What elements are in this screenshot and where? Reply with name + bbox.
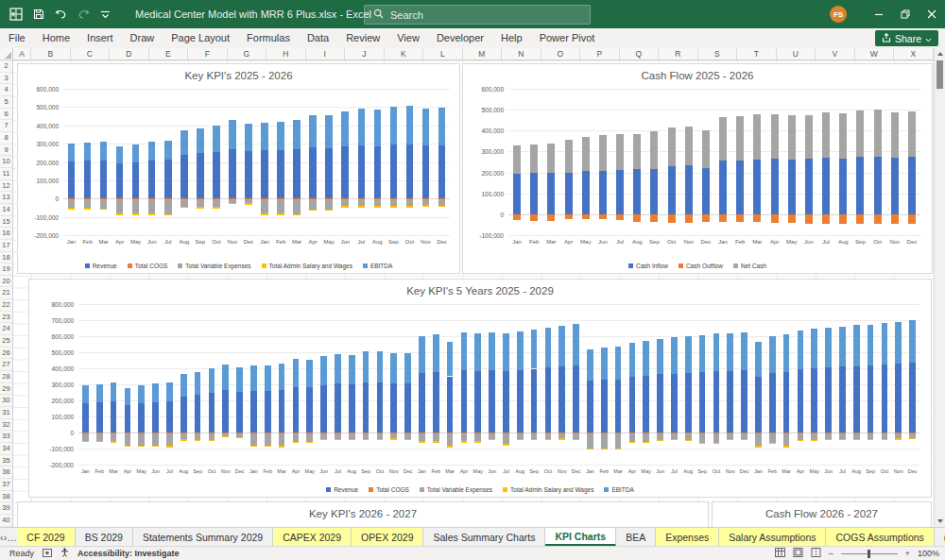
bar-segment-total-admin-salary-and-wages[interactable]: [727, 439, 733, 440]
bar-segment-cash-outflow[interactable]: [685, 214, 693, 223]
column-header-A[interactable]: A: [13, 48, 31, 59]
bar-segment-total-variable-expenses[interactable]: [374, 199, 381, 206]
bar-segment-total-admin-salary-and-wages[interactable]: [68, 208, 75, 210]
bar-segment-revenue[interactable]: [390, 144, 397, 198]
bar-segment-ebitda[interactable]: [116, 146, 123, 162]
bar-segment-net-cash[interactable]: [822, 112, 830, 158]
bar-segment-revenue[interactable]: [755, 377, 762, 433]
row-header-22[interactable]: 22: [0, 299, 12, 312]
bar-segment-ebitda[interactable]: [349, 355, 355, 384]
bar-segment-ebitda[interactable]: [209, 368, 215, 393]
bar-segment-total-admin-salary-and-wages[interactable]: [325, 210, 332, 212]
bar-segment-ebitda[interactable]: [306, 360, 313, 387]
bar-segment-ebitda[interactable]: [909, 320, 916, 363]
ribbon-tab-formulas[interactable]: Formulas: [238, 28, 299, 48]
bar-segment-total-admin-salary-and-wages[interactable]: [390, 438, 397, 439]
bar-segment-ebitda[interactable]: [895, 322, 902, 364]
bar-segment-cash-outflow[interactable]: [650, 214, 658, 222]
bar-segment-revenue[interactable]: [909, 363, 916, 433]
bar-segment-total-variable-expenses[interactable]: [629, 433, 636, 442]
bar-segment-ebitda[interactable]: [699, 335, 706, 372]
bar-segment-ebitda[interactable]: [601, 348, 608, 380]
bar-segment-net-cash[interactable]: [891, 112, 899, 158]
bar-segment-ebitda[interactable]: [783, 334, 790, 372]
bar-segment-ebitda[interactable]: [615, 347, 622, 380]
bar-segment-revenue[interactable]: [825, 367, 832, 433]
bar-segment-total-variable-expenses[interactable]: [293, 433, 300, 442]
share-button[interactable]: Share: [875, 30, 938, 46]
zoom-in-button[interactable]: +: [905, 549, 910, 558]
bar-segment-total-variable-expenses[interactable]: [138, 433, 145, 446]
ribbon-tab-data[interactable]: Data: [299, 28, 337, 48]
bar-segment-ebitda[interactable]: [489, 332, 495, 370]
bar-segment-revenue[interactable]: [433, 372, 439, 433]
column-header-P[interactable]: P: [580, 48, 620, 59]
bar-segment-total-admin-salary-and-wages[interactable]: [349, 439, 355, 440]
row-header-20[interactable]: 20: [0, 276, 12, 288]
search-input[interactable]: Search: [364, 5, 591, 25]
bar-segment-cash-outflow[interactable]: [891, 214, 899, 224]
bar-segment-total-admin-salary-and-wages[interactable]: [148, 213, 155, 215]
bar-segment-cash-inflow[interactable]: [856, 157, 864, 214]
column-header-N[interactable]: N: [502, 48, 541, 59]
column-header-R[interactable]: R: [659, 48, 698, 59]
column-header-D[interactable]: D: [110, 48, 149, 59]
bar-segment-total-admin-salary-and-wages[interactable]: [685, 440, 692, 441]
customize-qat-icon[interactable]: [100, 9, 111, 20]
bar-segment-cash-outflow[interactable]: [874, 214, 882, 225]
bar-segment-total-variable-expenses[interactable]: [277, 199, 284, 213]
bar-segment-total-admin-salary-and-wages[interactable]: [558, 438, 565, 439]
scroll-down-arrow-icon[interactable]: [937, 519, 943, 523]
bar-segment-cash-inflow[interactable]: [633, 169, 641, 214]
bar-segment-total-admin-salary-and-wages[interactable]: [671, 439, 678, 440]
bar-segment-total-variable-expenses[interactable]: [68, 199, 75, 208]
bar-segment-cash-outflow[interactable]: [633, 214, 641, 222]
sheet-tab-expenses[interactable]: Expenses: [656, 528, 719, 546]
bar-segment-total-admin-salary-and-wages[interactable]: [769, 443, 776, 444]
bar-segment-ebitda[interactable]: [111, 382, 117, 401]
save-icon[interactable]: [33, 8, 44, 20]
bar-segment-net-cash[interactable]: [788, 115, 796, 160]
row-header-14[interactable]: 14: [0, 204, 12, 216]
page-layout-view-icon[interactable]: [793, 548, 803, 559]
row-header-29[interactable]: 29: [0, 383, 12, 396]
bar-segment-revenue[interactable]: [180, 397, 187, 433]
bar-segment-total-admin-salary-and-wages[interactable]: [195, 440, 201, 441]
bar-segment-ebitda[interactable]: [558, 326, 565, 366]
bar-segment-revenue[interactable]: [261, 150, 267, 198]
bar-segment-cash-outflow[interactable]: [908, 214, 916, 225]
bar-segment-revenue[interactable]: [545, 367, 552, 433]
bar-segment-cash-inflow[interactable]: [753, 160, 761, 214]
bar-segment-revenue[interactable]: [629, 377, 636, 433]
bar-segment-cash-outflow[interactable]: [616, 214, 624, 221]
bar-segment-ebitda[interactable]: [545, 328, 552, 367]
sheet-tab-salary-assumptions[interactable]: Salary Assumptions: [719, 528, 826, 546]
bar-segment-revenue[interactable]: [895, 364, 902, 433]
bar-segment-total-variable-expenses[interactable]: [419, 433, 425, 441]
bar-segment-total-admin-salary-and-wages[interactable]: [447, 446, 454, 447]
bar-segment-ebitda[interactable]: [152, 383, 159, 402]
bar-segment-total-variable-expenses[interactable]: [643, 433, 649, 442]
zoom-level[interactable]: 100%: [918, 549, 939, 558]
column-header-T[interactable]: T: [737, 48, 777, 59]
bar-segment-revenue[interactable]: [685, 373, 692, 433]
accessibility-status[interactable]: Accessibility: Investigate: [77, 549, 180, 558]
row-header-19[interactable]: 19: [0, 263, 12, 276]
row-header-10[interactable]: 10: [0, 156, 12, 168]
bar-segment-revenue[interactable]: [250, 391, 257, 433]
bar-segment-revenue[interactable]: [82, 403, 89, 433]
bar-segment-total-admin-salary-and-wages[interactable]: [279, 446, 285, 447]
bar-segment-revenue[interactable]: [84, 161, 91, 198]
bar-segment-net-cash[interactable]: [719, 117, 727, 161]
bar-segment-total-admin-salary-and-wages[interactable]: [601, 449, 608, 450]
bar-segment-revenue[interactable]: [839, 366, 846, 433]
bar-segment-total-admin-salary-and-wages[interactable]: [811, 440, 817, 441]
bar-segment-total-variable-expenses[interactable]: [811, 433, 817, 440]
bar-segment-total-admin-salary-and-wages[interactable]: [531, 439, 538, 440]
bar-segment-total-variable-expenses[interactable]: [503, 433, 509, 444]
bar-segment-total-admin-salary-and-wages[interactable]: [419, 441, 425, 442]
row-header-31[interactable]: 31: [0, 407, 12, 419]
bar-segment-ebitda[interactable]: [474, 333, 481, 371]
bar-segment-total-admin-salary-and-wages[interactable]: [643, 442, 649, 443]
bar-segment-total-admin-salary-and-wages[interactable]: [358, 206, 365, 208]
